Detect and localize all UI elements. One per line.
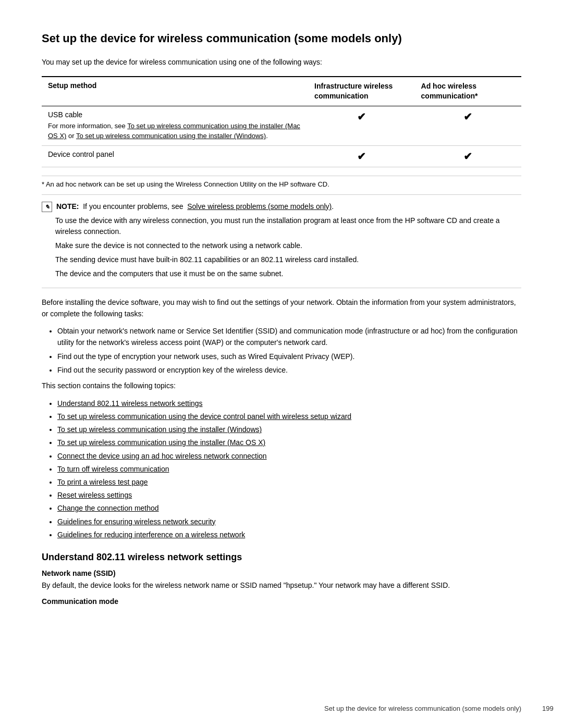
note-icon: ✎	[42, 202, 52, 212]
sub-heading-ssid: Network name (SSID)	[42, 569, 521, 577]
bullet-item-3: Find out the security password or encryp…	[57, 364, 521, 376]
page-container: Set up the device for wireless communica…	[0, 0, 563, 649]
table-row-panel: Device control panel ✔ ✔	[42, 145, 521, 167]
setup-table: Setup method Infrastructure wireless com…	[42, 76, 521, 167]
topic-item-11[interactable]: Guidelines for reducing interference on …	[57, 528, 521, 541]
note-line-4: The device and the computers that use it…	[55, 268, 521, 279]
table-cell-panel-adhoc: ✔	[415, 145, 521, 167]
col-header-infra: Infrastructure wireless communication	[308, 77, 414, 106]
note-line-1: To use the device with any wireless conn…	[55, 215, 521, 237]
topic-item-4[interactable]: To set up wireless communication using t…	[57, 436, 521, 449]
section-divider-1	[42, 288, 521, 288]
topic-item-5[interactable]: Connect the device using an ad hoc wirel…	[57, 450, 521, 463]
table-cell-usb-adhoc: ✔	[415, 106, 521, 145]
page-title: Set up the device for wireless communica…	[42, 31, 521, 46]
footnote: * An ad hoc network can be set up using …	[42, 176, 521, 188]
col-header-setup: Setup method	[42, 77, 308, 106]
topic-item-9[interactable]: Change the connection method	[57, 502, 521, 515]
bullet-item-2: Find out the type of encryption your net…	[57, 351, 521, 362]
note-header-line: ✎ NOTE: If you encounter problems, see S…	[42, 201, 521, 212]
note-label: NOTE:	[56, 202, 79, 211]
page-number: 199	[542, 705, 563, 712]
bullet-list: Obtain your network's network name or Se…	[57, 325, 521, 376]
topic-item-2[interactable]: To set up wireless communication using t…	[57, 410, 521, 423]
table-cell-panel-infra: ✔	[308, 145, 414, 167]
topic-item-3[interactable]: To set up wireless communication using t…	[57, 423, 521, 436]
usb-label: USB cable	[48, 110, 302, 119]
topics-list: Understand 802.11 wireless network setti…	[57, 397, 521, 541]
note-intro: If you encounter problems, see	[83, 202, 183, 211]
topic-item-7[interactable]: To print a wireless test page	[57, 476, 521, 489]
table-cell-panel-method: Device control panel	[42, 145, 308, 167]
bullet-item-1: Obtain your network's network name or Se…	[57, 325, 521, 349]
section2-heading: Understand 802.11 wireless network setti…	[42, 552, 521, 563]
topic-item-1[interactable]: Understand 802.11 wireless network setti…	[57, 397, 521, 410]
body-text-1: Before installing the device software, y…	[42, 297, 521, 320]
footer-text: Set up the device for wireless communica…	[0, 705, 532, 712]
usb-detail: For more information, see To set up wire…	[48, 121, 302, 141]
note-link[interactable]: Solve wireless problems (some models onl…	[187, 202, 332, 211]
topic-item-8[interactable]: Reset wireless settings	[57, 489, 521, 502]
page-footer: Set up the device for wireless communica…	[0, 705, 563, 712]
topic-item-6[interactable]: To turn off wireless communication	[57, 463, 521, 476]
note-section: ✎ NOTE: If you encounter problems, see S…	[42, 194, 521, 279]
note-line-3: The sending device must have built-in 80…	[55, 254, 521, 265]
topics-intro: This section contains the following topi…	[42, 380, 521, 391]
link-windows-installer[interactable]: To set up wireless communication using t…	[76, 132, 266, 140]
intro-text: You may set up the device for wireless c…	[42, 57, 521, 68]
sub-heading-comm-mode: Communication mode	[42, 597, 521, 606]
note-line-2: Make sure the device is not connected to…	[55, 240, 521, 251]
ssid-text: By default, the device looks for the wir…	[42, 579, 521, 591]
table-cell-usb-infra: ✔	[308, 106, 414, 145]
topic-item-10[interactable]: Guidelines for ensuring wireless network…	[57, 515, 521, 528]
col-header-adhoc: Ad hoc wireless communication*	[415, 77, 521, 106]
table-cell-usb-method: USB cable For more information, see To s…	[42, 106, 308, 145]
table-row-usb: USB cable For more information, see To s…	[42, 106, 521, 145]
